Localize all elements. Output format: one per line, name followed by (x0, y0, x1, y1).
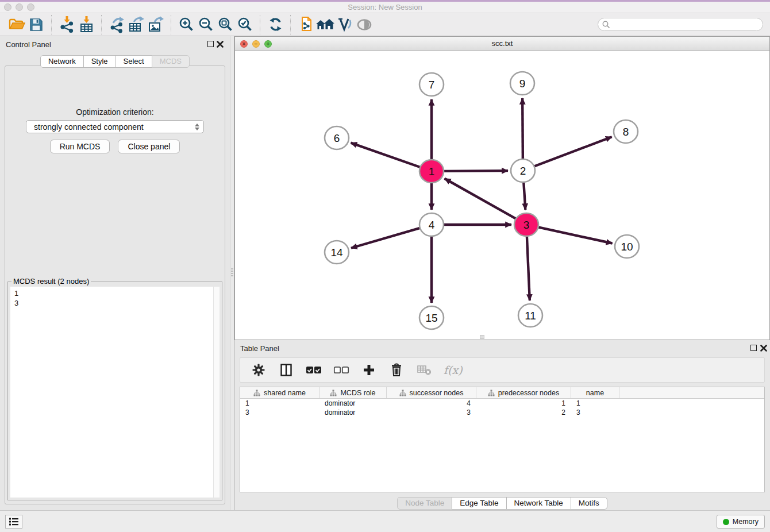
table-settings-icon[interactable] (251, 362, 267, 378)
graph-edge-2-3[interactable] (523, 183, 525, 210)
mcds-panel: Optimization criterion: strongly connect… (5, 65, 225, 504)
graph-node-label-3: 3 (523, 219, 530, 231)
graph-edge-4-14[interactable] (351, 228, 420, 248)
splitter-grip[interactable] (231, 268, 233, 277)
tab-motifs[interactable]: Motifs (571, 497, 607, 510)
column-chooser-icon[interactable] (278, 362, 294, 378)
tab-network-table[interactable]: Network Table (506, 497, 571, 510)
criterion-dropdown[interactable]: strongly connected component (26, 120, 204, 133)
deselect-all-icon[interactable] (333, 362, 349, 378)
table-row[interactable]: 3dominator323 (240, 408, 764, 417)
run-mcds-button[interactable]: Run MCDS (50, 140, 110, 153)
mcds-result-text[interactable]: 1 3 (10, 287, 220, 498)
zoom-selected-icon[interactable] (235, 15, 255, 34)
zoom-in-icon[interactable] (176, 15, 196, 34)
tab-network[interactable]: Network (40, 55, 84, 68)
network-view-window: × − + scc.txt 1234678910111415 (234, 36, 770, 340)
mcds-result-values: 1 3 (10, 287, 220, 308)
column-header-successor-nodes[interactable]: successor nodes (387, 387, 476, 398)
import-network-icon[interactable] (57, 15, 76, 34)
search-input[interactable] (613, 18, 763, 30)
hide-selected-icon[interactable] (355, 15, 374, 34)
import-table-icon[interactable] (76, 15, 96, 34)
close-table-panel-icon[interactable] (760, 345, 767, 352)
add-column-icon[interactable] (361, 362, 377, 378)
column-header-shared-name[interactable]: shared name (240, 387, 319, 398)
delete-column-icon[interactable] (388, 362, 405, 378)
hierarchy-icon (330, 390, 337, 396)
toolbar-separator (51, 15, 52, 34)
zoom-fit-icon[interactable] (215, 15, 235, 34)
toolbar-separator (171, 15, 171, 34)
float-panel-icon[interactable] (207, 41, 214, 47)
tab-select[interactable]: Select (116, 55, 152, 68)
memory-button[interactable]: Memory (717, 515, 765, 529)
show-all-networks-icon[interactable] (315, 15, 335, 34)
table-cell: 1 (476, 399, 571, 408)
save-session-icon[interactable] (26, 15, 46, 34)
table-toolbar: f(x) (240, 357, 765, 383)
delete-table-icon[interactable] (416, 362, 432, 378)
optimization-criterion-label: Optimization criterion: (5, 107, 225, 117)
table-cell: 1 (571, 399, 619, 408)
graph-node-label-14: 14 (330, 246, 343, 259)
control-panel: Control Panel NetworkStyleSelectMCDS Opt… (0, 36, 230, 510)
mcds-result-box: MCDS result (2 nodes) 1 3 (7, 282, 222, 500)
table-cell: dominator (319, 399, 387, 408)
graph-edge-2-9[interactable] (522, 98, 523, 159)
export-network-icon[interactable] (107, 15, 126, 34)
graph-edge-2-8[interactable] (534, 137, 612, 166)
tab-node-table[interactable]: Node Table (397, 497, 452, 510)
graph-node-label-2: 2 (520, 165, 526, 177)
app-titlebar: Session: New Session (0, 2, 770, 13)
graph-node-label-11: 11 (525, 310, 536, 322)
control-panel-tabs: NetworkStyleSelectMCDS (0, 55, 230, 68)
network-window-titlebar[interactable]: × − + scc.txt (235, 37, 769, 51)
network-graph-canvas[interactable]: 1234678910111415 (235, 51, 769, 340)
control-panel-title: Control Panel (6, 40, 51, 49)
apply-style-icon[interactable] (335, 15, 355, 34)
graph-edge-1-2[interactable] (444, 171, 508, 171)
main-toolbar (0, 13, 770, 36)
table-panel-title: Table Panel (240, 344, 279, 353)
memory-label: Memory (733, 518, 759, 526)
tab-style[interactable]: Style (83, 55, 116, 68)
panel-splitter[interactable] (230, 36, 234, 510)
graph-edge-3-1[interactable] (445, 179, 516, 219)
toolbar-separator (290, 15, 291, 34)
tab-mcds[interactable]: MCDS (152, 55, 190, 68)
graph-edge-3-11[interactable] (527, 237, 530, 300)
graph-node-label-15: 15 (425, 312, 437, 324)
close-panel-button[interactable]: Close panel (118, 140, 180, 153)
canvas-resize-grip[interactable] (480, 335, 484, 339)
table-cell: 2 (476, 408, 571, 417)
toolbar-separator (101, 15, 102, 34)
table-cell: 4 (387, 399, 476, 408)
search-box (598, 18, 763, 31)
column-header-name[interactable]: name (571, 387, 619, 398)
export-table-icon[interactable] (126, 15, 146, 34)
select-all-icon[interactable] (306, 362, 322, 378)
float-table-panel-icon[interactable] (750, 345, 757, 351)
task-history-button[interactable] (5, 515, 22, 529)
column-header-MCDS-role[interactable]: MCDS role (319, 387, 387, 398)
graph-node-label-8: 8 (623, 126, 629, 138)
open-session-icon[interactable] (7, 15, 26, 34)
status-bar: Memory (0, 510, 770, 532)
table-cell: 1 (240, 399, 319, 408)
graph-edge-1-6[interactable] (351, 143, 421, 167)
graph-edge-3-10[interactable] (538, 227, 613, 243)
column-header-predecessor-nodes[interactable]: predecessor nodes (476, 387, 571, 398)
table-row[interactable]: 1dominator411 (240, 399, 764, 408)
apply-layout-icon[interactable] (265, 15, 285, 34)
close-panel-icon[interactable] (217, 41, 224, 48)
export-image-icon[interactable] (146, 15, 165, 34)
tab-edge-table[interactable]: Edge Table (452, 497, 506, 510)
graph-node-label-6: 6 (334, 132, 340, 144)
zoom-out-icon[interactable] (196, 15, 215, 34)
result-scrollbar[interactable] (213, 287, 220, 498)
mcds-result-title: MCDS result (2 nodes) (11, 277, 91, 286)
function-builder-icon[interactable]: f(x) (444, 362, 463, 378)
clone-network-icon[interactable] (296, 15, 315, 34)
graph-node-label-4: 4 (429, 219, 435, 231)
